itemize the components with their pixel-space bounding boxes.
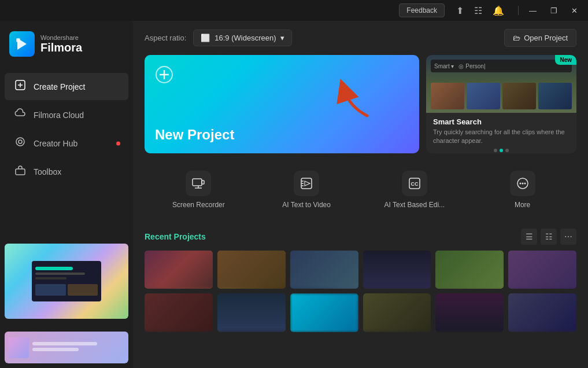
video-card-5[interactable] bbox=[435, 251, 504, 289]
titlebar-separator bbox=[518, 6, 519, 15]
screen-recorder-action[interactable]: Screen Recorder bbox=[145, 163, 253, 217]
aspect-value: 16:9 (Widescreen) bbox=[215, 34, 276, 42]
ai-text-based-edit-label: AI Text Based Edi... bbox=[384, 201, 445, 209]
video-card-4[interactable] bbox=[363, 251, 431, 289]
video-card-12[interactable] bbox=[508, 293, 576, 332]
main-content: Aspect ratio: ⬜ 16:9 (Widescreen) ▾ 🗁 Op… bbox=[133, 21, 588, 368]
ss-thumb-1 bbox=[431, 83, 464, 109]
video-thumb-6 bbox=[508, 251, 576, 289]
screen-recorder-icon bbox=[186, 171, 211, 196]
sidebar-thumbnail-1[interactable] bbox=[5, 244, 128, 319]
dot-2 bbox=[500, 149, 503, 152]
video-thumb-11 bbox=[435, 293, 504, 332]
video-card-10[interactable] bbox=[363, 293, 431, 332]
video-thumb-4 bbox=[363, 251, 431, 289]
ai-text-based-edit-action[interactable]: CC AI Text Based Edi... bbox=[361, 163, 469, 217]
video-thumb-12 bbox=[508, 293, 576, 332]
upload-icon-button[interactable]: ⬆ bbox=[452, 3, 468, 19]
chevron-down-icon: ▾ bbox=[280, 34, 284, 42]
svg-rect-7 bbox=[16, 169, 25, 175]
smart-search-info: Smart Search Try quickly searching for a… bbox=[426, 113, 576, 153]
sidebar-item-toolbox[interactable]: Toolbox bbox=[5, 158, 128, 185]
smart-search-thumbnails bbox=[431, 83, 572, 109]
video-thumb-5 bbox=[435, 251, 504, 289]
sidebar-label-creator-hub: Creator Hub bbox=[34, 139, 77, 148]
more-options-button[interactable]: ⋯ bbox=[560, 229, 576, 245]
sidebar-item-create-project[interactable]: Create Project bbox=[5, 73, 128, 100]
screen-icon: ⬜ bbox=[201, 34, 210, 42]
video-card-11[interactable] bbox=[435, 293, 504, 332]
video-thumb-9 bbox=[290, 293, 358, 332]
recent-project-thumb-2 bbox=[5, 332, 128, 363]
svg-rect-1 bbox=[16, 38, 20, 42]
aspect-ratio-dropdown[interactable]: ⬜ 16:9 (Widescreen) ▾ bbox=[193, 30, 292, 46]
video-card-8[interactable] bbox=[217, 293, 286, 332]
quick-actions: Screen Recorder AI Text to Video CC bbox=[133, 163, 588, 226]
smart-search-card: Smart ▾ ◎ Person| New Smart Search Try q… bbox=[426, 55, 576, 153]
minimize-button[interactable]: — bbox=[523, 4, 542, 17]
close-button[interactable]: ✕ bbox=[565, 4, 583, 17]
new-project-card[interactable]: New Project bbox=[145, 55, 419, 153]
sidebar-label-filmora-cloud: Filmora Cloud bbox=[34, 111, 84, 120]
video-thumb-3 bbox=[290, 251, 358, 289]
video-card-6[interactable] bbox=[508, 251, 576, 289]
section-actions: ☰ ☷ ⋯ bbox=[521, 229, 576, 245]
video-grid-row-1 bbox=[133, 251, 588, 289]
thumb2-lines bbox=[32, 342, 125, 354]
svg-rect-13 bbox=[202, 181, 204, 184]
sidebar-item-filmora-cloud[interactable]: Filmora Cloud bbox=[5, 101, 128, 128]
open-project-label: Open Project bbox=[524, 34, 568, 42]
cards-row: New Project Smart ▾ ◎ Person| New Smart … bbox=[133, 55, 588, 163]
grid-icon-button[interactable]: ☷ bbox=[469, 3, 487, 19]
ss-thumb-2 bbox=[467, 83, 500, 109]
sidebar: Wondershare Filmora Create Project Filmo… bbox=[0, 21, 133, 368]
video-card-2[interactable] bbox=[217, 251, 286, 289]
plus-icon bbox=[155, 65, 173, 89]
ai-text-to-video-label: AI Text to Video bbox=[282, 201, 331, 209]
thumb2-icon bbox=[8, 337, 29, 358]
video-thumb-1 bbox=[145, 251, 213, 289]
feedback-button[interactable]: Feedback bbox=[399, 3, 445, 17]
more-icon bbox=[510, 171, 535, 196]
list-view-button[interactable]: ☰ bbox=[521, 229, 537, 245]
create-project-icon bbox=[14, 79, 27, 94]
video-grid-row-2 bbox=[133, 289, 588, 332]
svg-rect-12 bbox=[193, 179, 202, 186]
new-project-title: New Project bbox=[155, 127, 409, 143]
bell-icon-button[interactable]: 🔔 bbox=[488, 3, 509, 19]
new-badge: New bbox=[555, 55, 576, 65]
ai-text-to-video-action[interactable]: AI Text to Video bbox=[253, 163, 361, 217]
sidebar-label-toolbox: Toolbox bbox=[34, 167, 61, 176]
logo-area: Wondershare Filmora bbox=[0, 21, 133, 67]
ai-text-to-video-icon bbox=[294, 171, 319, 196]
video-card-7[interactable] bbox=[145, 293, 213, 332]
more-action[interactable]: More bbox=[468, 163, 576, 217]
logo-text: Wondershare Filmora bbox=[40, 34, 82, 54]
video-card-3[interactable] bbox=[290, 251, 358, 289]
video-card-1[interactable] bbox=[145, 251, 213, 289]
video-card-9[interactable] bbox=[290, 293, 358, 332]
smart-search-title: Smart Search bbox=[433, 117, 569, 126]
smart-search-dots bbox=[433, 149, 569, 152]
open-project-button[interactable]: 🗁 Open Project bbox=[504, 29, 576, 47]
ss-thumb-4 bbox=[538, 83, 572, 109]
svg-point-25 bbox=[522, 183, 523, 185]
sidebar-item-creator-hub[interactable]: Creator Hub bbox=[5, 130, 128, 157]
sidebar-label-create-project: Create Project bbox=[34, 82, 85, 91]
maximize-button[interactable]: ❐ bbox=[545, 4, 563, 17]
video-thumb-7 bbox=[145, 293, 213, 332]
sidebar-thumbnail-2[interactable] bbox=[5, 328, 128, 363]
smart-search-description: Try quickly searching for all the clips … bbox=[433, 128, 569, 146]
svg-point-5 bbox=[16, 138, 24, 146]
titlebar-icons: ⬆ ☷ 🔔 bbox=[452, 3, 509, 19]
svg-text:CC: CC bbox=[411, 181, 418, 187]
grid-view-button[interactable]: ☷ bbox=[541, 229, 557, 245]
topbar: Aspect ratio: ⬜ 16:9 (Widescreen) ▾ 🗁 Op… bbox=[133, 21, 588, 55]
more-label: More bbox=[515, 201, 530, 209]
svg-marker-17 bbox=[305, 181, 310, 186]
video-thumb-10 bbox=[363, 293, 431, 332]
creator-hub-notification-dot bbox=[116, 141, 120, 145]
video-thumb-2 bbox=[217, 251, 286, 289]
section-header: Recent Projects ☰ ☷ ⋯ bbox=[133, 226, 588, 251]
arrow-decoration bbox=[332, 78, 379, 127]
